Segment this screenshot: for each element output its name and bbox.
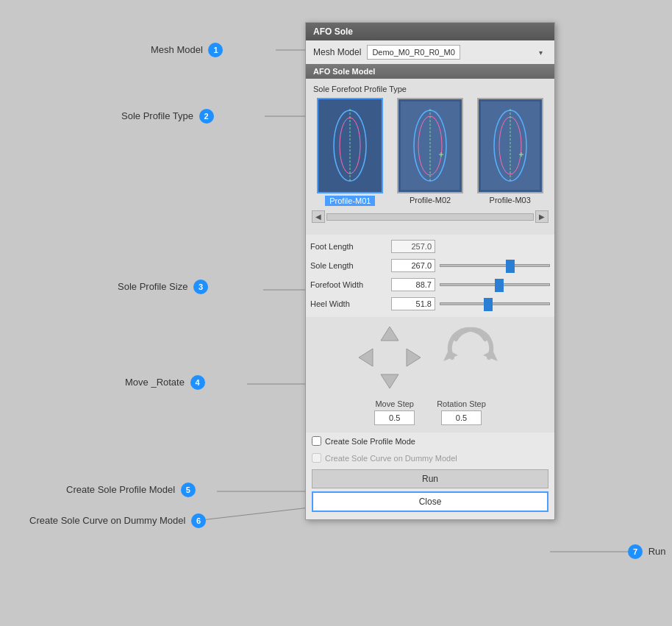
forefoot-width-thumb[interactable]	[495, 279, 504, 292]
param-row-sole-length: Sole Length	[306, 257, 554, 274]
annotation-5: Create Sole Profile Model 5	[66, 483, 196, 497]
controls-row	[357, 324, 504, 391]
bottom-spacer	[306, 515, 554, 519]
rotation-step-input[interactable]	[441, 410, 482, 425]
annotation-1: Mesh Model 1	[151, 43, 223, 57]
move-left-button[interactable]	[357, 347, 377, 368]
annotation-7: 7 Run	[625, 544, 665, 559]
profile-svg-m01	[321, 102, 379, 190]
profile-item-m03[interactable]: Profile-M03	[471, 98, 548, 206]
profile-svg-m03	[481, 102, 540, 190]
up-arrow-icon	[379, 324, 400, 345]
annotation-3: Sole Profile Size 3	[118, 280, 208, 294]
mesh-model-select[interactable]: Demo_M0_R0_R0_M0	[367, 45, 460, 60]
profile-item-m01[interactable]: Profile-M01	[312, 98, 389, 206]
move-step-group: Move Step	[374, 399, 415, 425]
create-sole-curve-row: Create Sole Curve on Dummy Model	[306, 449, 554, 466]
create-sole-curve-label: Create Sole Curve on Dummy Model	[325, 454, 457, 463]
right-arrow-icon	[402, 347, 423, 368]
rotation-step-group: Rotation Step	[437, 399, 486, 425]
svg-marker-23	[381, 327, 398, 341]
annotation-6: Create Sole Curve on Dummy Model 6	[29, 513, 206, 528]
mesh-model-label: Mesh Model	[313, 47, 361, 57]
forefoot-width-track[interactable]	[440, 283, 550, 286]
foot-length-label: Foot Length	[310, 242, 391, 251]
close-button[interactable]: Close	[312, 491, 548, 512]
profile-item-m02[interactable]: Profile-M02	[392, 98, 469, 206]
step-inputs-row: Move Step Rotation Step	[374, 399, 486, 425]
scroll-track[interactable]	[326, 213, 534, 221]
afo-sole-model-header: AFO Sole Model	[306, 64, 554, 79]
badge-7: 7	[628, 544, 643, 559]
move-step-label: Move Step	[375, 399, 414, 408]
profile-label-m02: Profile-M02	[410, 196, 451, 204]
create-sole-profile-checkbox[interactable]	[312, 436, 321, 446]
profile-grid: Profile-M01	[312, 98, 548, 206]
forefoot-width-label: Forefoot Width	[310, 280, 391, 289]
left-arrow-icon	[357, 347, 377, 368]
select-dropdown-arrow: ▾	[539, 49, 543, 57]
heel-width-track[interactable]	[440, 302, 550, 305]
badge-5: 5	[181, 483, 196, 497]
afo-sole-model-section: Sole Forefoot Profile Type Profil	[306, 79, 554, 235]
down-arrow-icon	[379, 370, 400, 391]
annotation-2: Sole Profile Type 2	[121, 109, 214, 124]
run-button[interactable]: Run	[312, 469, 548, 488]
badge-4: 4	[190, 375, 205, 390]
arrow-pad	[357, 324, 423, 391]
afo-sole-model-label: AFO Sole Model	[313, 67, 375, 76]
move-rotate-section: Move Step Rotation Step	[306, 317, 554, 433]
svg-line-5	[195, 506, 322, 521]
profile-label-m01: Profile-M01	[325, 196, 375, 206]
rotation-svg	[437, 324, 504, 391]
profile-section-title: Sole Forefoot Profile Type	[312, 85, 548, 93]
page-wrapper: Mesh Model 1 Sole Profile Type 2 Sole Pr…	[15, 15, 657, 626]
param-row-forefoot-width: Forefoot Width	[306, 276, 554, 294]
svg-marker-26	[381, 374, 398, 388]
badge-1: 1	[208, 43, 223, 57]
profile-scrollbar: ◀ ▶	[312, 210, 548, 223]
sole-length-slider[interactable]	[440, 264, 550, 267]
move-down-button[interactable]	[379, 370, 400, 391]
svg-marker-27	[443, 350, 458, 361]
forefoot-width-slider[interactable]	[440, 283, 550, 286]
heel-width-value[interactable]	[391, 297, 435, 310]
move-step-input[interactable]	[374, 410, 415, 425]
badge-6: 6	[191, 513, 206, 528]
sole-length-track[interactable]	[440, 264, 550, 267]
create-sole-curve-checkbox[interactable]	[312, 453, 321, 463]
mesh-model-row: Mesh Model Demo_M0_R0_R0_M0 ▾	[306, 40, 554, 64]
mesh-model-select-wrapper[interactable]: Demo_M0_R0_R0_M0 ▾	[367, 45, 547, 60]
heel-width-thumb[interactable]	[484, 298, 493, 311]
sole-length-thumb[interactable]	[506, 260, 515, 273]
dialog-title: AFO Sole	[313, 26, 353, 37]
svg-marker-25	[407, 349, 421, 366]
svg-marker-28	[483, 350, 498, 361]
badge-2: 2	[199, 109, 214, 124]
move-up-button[interactable]	[379, 324, 400, 345]
badge-3: 3	[193, 280, 208, 294]
move-right-button[interactable]	[402, 347, 423, 368]
sole-length-value[interactable]	[391, 259, 435, 272]
scroll-left-arrow[interactable]: ◀	[312, 210, 325, 223]
sole-length-label: Sole Length	[310, 261, 391, 270]
create-sole-profile-row: Create Sole Profile Mode	[306, 433, 554, 449]
annotation-4: Move _Rotate 4	[125, 375, 205, 390]
rotation-control	[437, 324, 504, 391]
foot-length-value[interactable]	[391, 240, 435, 253]
afo-sole-dialog: AFO Sole Mesh Model Demo_M0_R0_R0_M0 ▾ A…	[305, 22, 555, 520]
scroll-right-arrow[interactable]: ▶	[535, 210, 548, 223]
dialog-titlebar: AFO Sole	[306, 23, 554, 40]
params-section: Foot Length Sole Length Forefoot Width	[306, 235, 554, 317]
param-row-heel-width: Heel Width	[306, 295, 554, 313]
profile-thumbnail-m02[interactable]	[397, 98, 463, 193]
profile-thumbnail-m03[interactable]	[477, 98, 543, 193]
profile-label-m03: Profile-M03	[490, 196, 531, 204]
rotation-step-label: Rotation Step	[437, 399, 486, 408]
profile-thumbnail-m01[interactable]	[317, 98, 383, 193]
create-sole-profile-label[interactable]: Create Sole Profile Mode	[325, 437, 415, 446]
param-row-foot-length: Foot Length	[306, 238, 554, 255]
heel-width-slider[interactable]	[440, 302, 550, 305]
forefoot-width-value[interactable]	[391, 278, 435, 291]
heel-width-label: Heel Width	[310, 299, 391, 308]
